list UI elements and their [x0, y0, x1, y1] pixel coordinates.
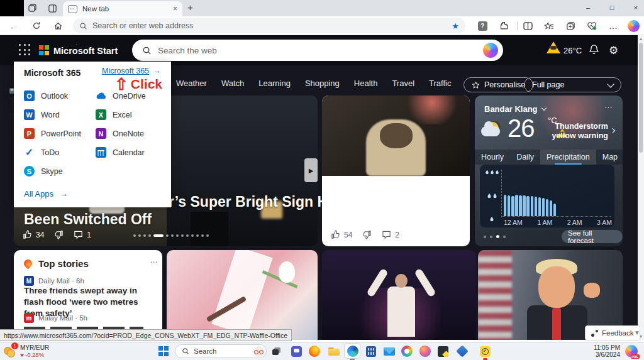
chevron-right-icon[interactable]: [611, 129, 614, 133]
app-excel[interactable]: X Excel: [96, 109, 132, 120]
brand-title[interactable]: Microsoft Start: [53, 46, 118, 56]
all-apps-link[interactable]: All Apps →: [24, 189, 68, 199]
notifications-bell-icon[interactable]: [589, 44, 599, 58]
todo-taskbar-icon[interactable]: ✓: [479, 345, 491, 357]
browser-tab[interactable]: New tab ×: [63, 1, 182, 16]
start-button[interactable]: [158, 346, 169, 356]
comments-icon[interactable]: [74, 230, 83, 239]
app-skype[interactable]: S Skype: [24, 166, 63, 177]
nav-item-shopping[interactable]: Shopping: [305, 79, 340, 88]
app-onenote[interactable]: N OneNote: [96, 128, 144, 139]
favorite-star-icon[interactable]: ★: [452, 21, 459, 31]
app-todo[interactable]: ✓ ToDo: [24, 147, 59, 158]
nav-item-travel[interactable]: Travel: [392, 79, 414, 88]
app-outlook[interactable]: O Outlook: [24, 90, 68, 101]
thumbs-down-icon[interactable]: [362, 230, 372, 239]
browser-essentials-icon[interactable]: [585, 19, 599, 33]
copilot-icon[interactable]: [626, 19, 640, 33]
app-calendar[interactable]: Calendar: [96, 147, 145, 158]
sticky-notes-icon[interactable]: [436, 345, 449, 357]
new-tab-button[interactable]: +: [187, 2, 193, 13]
page-scrollbar[interactable]: ▲ ▼: [638, 35, 644, 340]
carousel-dots[interactable]: [133, 234, 209, 237]
refresh-icon[interactable]: [30, 19, 43, 32]
weather-tabs: Hourly Daily Precipitation Map: [475, 150, 623, 165]
home-icon[interactable]: [52, 19, 64, 32]
window-minimize-button[interactable]: –: [579, 0, 597, 15]
mail-icon[interactable]: [383, 345, 396, 357]
help-icon[interactable]: ?: [475, 19, 489, 33]
see-full-forecast-button[interactable]: See full forecast: [562, 230, 623, 243]
app-word[interactable]: W Word: [24, 109, 60, 120]
nav-item-traffic[interactable]: Traffic: [429, 79, 451, 88]
hero-slide-photo-right[interactable]: [167, 95, 318, 246]
nav-item-learning[interactable]: Learning: [258, 79, 291, 88]
nav-item-health[interactable]: Health: [354, 79, 378, 88]
tab-actions-icon[interactable]: [48, 3, 59, 14]
article-photo[interactable]: [322, 95, 470, 176]
window-close-button[interactable]: ×: [626, 0, 644, 15]
hero-headline-line1[interactable]: r’s Super Bright Sign Has: [169, 194, 344, 210]
back-icon[interactable]: ←: [8, 19, 20, 32]
split-screen-icon[interactable]: [521, 19, 535, 33]
extensions-icon[interactable]: [497, 19, 511, 33]
thumbs-down-icon[interactable]: [54, 230, 64, 239]
tab-daily[interactable]: Daily: [510, 150, 540, 165]
tab-precipitation[interactable]: Precipitation: [540, 150, 596, 165]
personalise-button[interactable]: Personalise: [464, 77, 533, 92]
firefox-icon[interactable]: [308, 345, 321, 357]
task-view-icon[interactable]: [270, 345, 283, 357]
waffle-menu-icon[interactable]: [19, 44, 31, 57]
copilot-tray-icon[interactable]: PRE: [625, 345, 638, 357]
app-powerpoint[interactable]: P PowerPoint: [24, 128, 81, 139]
tab-close-icon[interactable]: ×: [173, 4, 177, 13]
copilot-search-icon[interactable]: [483, 43, 498, 58]
scroll-up-icon[interactable]: ▲: [638, 36, 644, 41]
thumbs-up-icon[interactable]: [331, 230, 340, 239]
settings-more-icon[interactable]: …: [606, 19, 620, 33]
settings-gear-icon[interactable]: ⚙: [609, 44, 618, 57]
down-triangle-icon: [20, 354, 24, 357]
window-maximize-button[interactable]: □: [602, 0, 621, 15]
teams-icon[interactable]: [290, 345, 303, 357]
calculator-icon[interactable]: [365, 345, 377, 357]
address-bar[interactable]: Search or enter web address ★: [73, 18, 465, 33]
tab-map[interactable]: Map: [596, 150, 623, 165]
precipitation-chart[interactable]: 12 AM 1 AM 2 AM 3 AM: [480, 165, 614, 227]
feedback-button[interactable]: Feedback: [585, 325, 640, 341]
weather-page-dots[interactable]: [484, 235, 506, 238]
hero-headline-line2[interactable]: Been Switched Off: [24, 211, 152, 228]
file-explorer-icon[interactable]: [328, 345, 340, 357]
edge-icon[interactable]: [347, 345, 359, 357]
top-stories-more-icon[interactable]: …: [150, 255, 158, 265]
collections-icon[interactable]: [564, 19, 577, 33]
weather-more-icon[interactable]: …: [604, 101, 613, 110]
taskbar-widget[interactable]: 1 MYR/EUR -0.28%: [4, 344, 49, 358]
article-card[interactable]: [322, 95, 470, 246]
favorites-icon[interactable]: [542, 19, 556, 33]
weather-warning-icon[interactable]: [547, 41, 560, 53]
microsoft-logo[interactable]: [39, 45, 49, 55]
carousel-next-button[interactable]: ▶: [304, 158, 318, 182]
paint3d-icon[interactable]: [419, 345, 431, 357]
malay-mail-icon: m: [24, 313, 34, 323]
taskbar-search[interactable]: Search: [175, 344, 267, 358]
visual-studio-icon[interactable]: [456, 345, 469, 357]
comments-icon[interactable]: [382, 230, 391, 239]
nav-item-watch[interactable]: Watch: [221, 79, 244, 88]
collapse-caret-icon[interactable]: ▼: [634, 329, 640, 336]
scrollbar-thumb[interactable]: [639, 43, 643, 153]
microsoft-365-link[interactable]: Microsoft 365 →: [102, 67, 161, 75]
layout-dropdown[interactable]: Full page: [524, 77, 621, 92]
paint-icon[interactable]: [401, 345, 413, 357]
taskbar-clock[interactable]: 11:05 PM 3/6/2024: [584, 344, 620, 358]
workspaces-icon[interactable]: [28, 3, 39, 14]
weather-location[interactable]: Bandar Klang: [484, 104, 546, 114]
header-temperature[interactable]: 26°C: [564, 46, 582, 55]
weather-card[interactable]: Bandar Klang … 26 °C Thunderstorm yellow…: [475, 95, 623, 246]
tab-hourly[interactable]: Hourly: [475, 150, 510, 165]
weather-warning[interactable]: Thunderstorm yellow warning: [475, 122, 608, 141]
web-search-input[interactable]: Search the web: [132, 40, 503, 61]
nav-item-weather[interactable]: Weather: [176, 79, 207, 88]
thumbs-up-icon[interactable]: [23, 230, 32, 239]
